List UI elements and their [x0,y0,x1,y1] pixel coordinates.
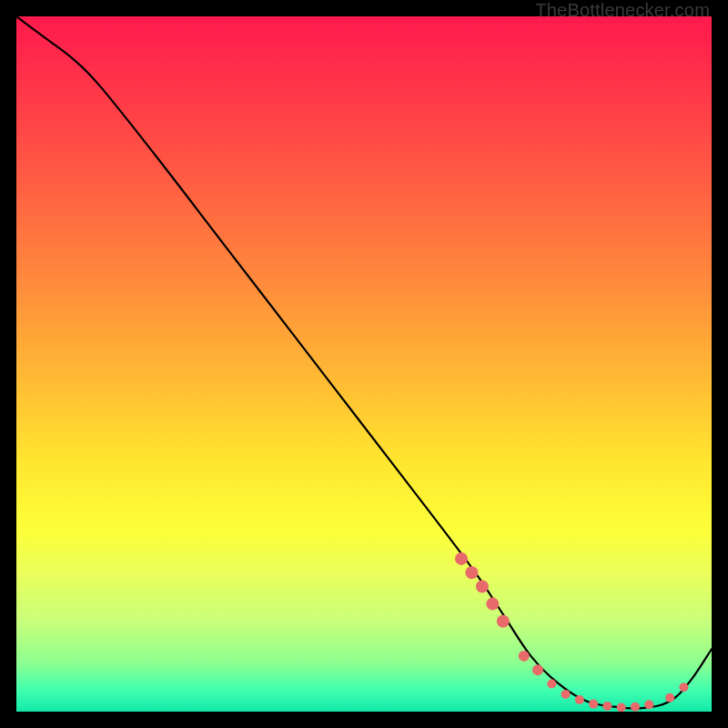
highlight-dot [519,651,530,662]
highlight-dots [455,552,688,712]
chart-svg [16,16,712,712]
highlight-dot [547,679,556,688]
highlight-dot [575,695,584,704]
chart-frame: TheBottlenecker.com [0,0,728,728]
highlight-dot [561,690,571,699]
highlight-dot [589,700,598,709]
bottleneck-curve [16,16,712,709]
highlight-dot [665,693,674,703]
highlight-dot [644,700,653,709]
plot-area [16,16,712,712]
highlight-dot [465,566,478,579]
highlight-dot [532,664,543,675]
highlight-dot [455,552,468,565]
highlight-dot [679,682,688,692]
highlight-dot [497,615,510,628]
highlight-dot [486,598,499,611]
highlight-dot [631,703,640,712]
highlight-dot [602,702,612,711]
highlight-dot [476,580,489,592]
highlight-dot [617,703,626,712]
